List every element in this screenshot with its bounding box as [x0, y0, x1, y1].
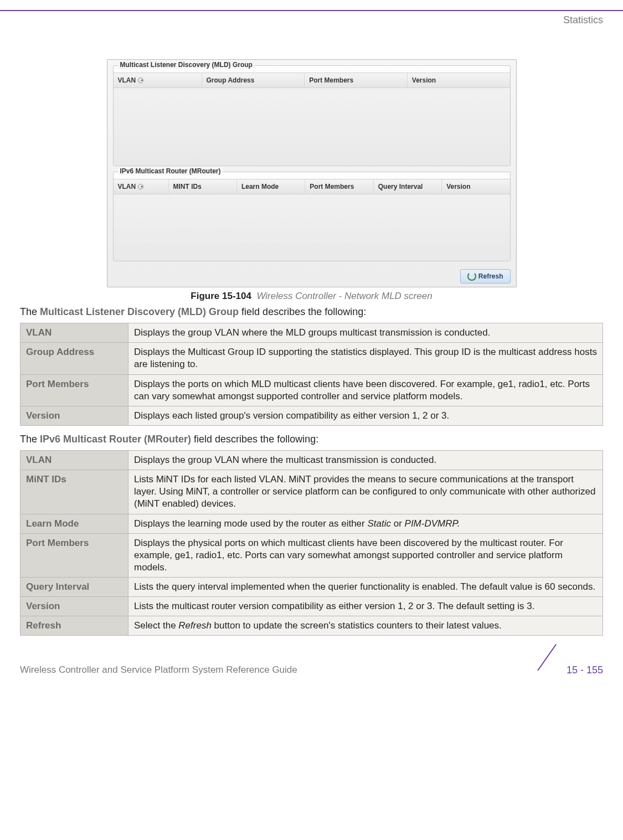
col-group-address[interactable]: Group Address	[202, 73, 305, 87]
intro2-pre: The	[20, 434, 40, 445]
table-row: Query IntervalLists the query interval i…	[20, 577, 603, 596]
def-desc: Lists the query interval implemented whe…	[128, 577, 603, 596]
col-learn-mode[interactable]: Learn Mode	[237, 179, 305, 194]
intro1-term: Multicast Listener Discovery (MLD) Group	[40, 306, 239, 317]
mld-screen-panel: Multicast Listener Discovery (MLD) Group…	[107, 59, 517, 287]
mld-group-fieldset: Multicast Listener Discovery (MLD) Group…	[113, 65, 511, 166]
mrouter-def-table: VLANDisplays the group VLAN where the mu…	[20, 450, 603, 636]
refresh-button-label: Refresh	[478, 272, 503, 280]
footer-page-num: 15 - 155	[567, 664, 603, 676]
col-mint-ids[interactable]: MINT IDs	[169, 179, 237, 194]
col-vlan-label: VLAN	[118, 76, 136, 84]
def-key: Query Interval	[20, 577, 128, 596]
col-group-address-label: Group Address	[207, 76, 255, 84]
mld-group-header: VLAN Group Address Port Members Version	[114, 73, 510, 88]
table-row: Port MembersDisplays the physical ports …	[20, 533, 603, 577]
footer-guide: Wireless Controller and Service Platform…	[20, 664, 297, 676]
def-desc: Lists the multicast router version compa…	[128, 597, 603, 616]
col-vlan-2[interactable]: VLAN	[114, 179, 169, 194]
mrouter-legend: IPv6 Multicast Router (MRouter)	[118, 167, 223, 175]
def-key: Version	[20, 597, 128, 616]
col-mint-ids-label: MINT IDs	[173, 183, 202, 190]
mrouter-fieldset: IPv6 Multicast Router (MRouter) VLAN MIN…	[113, 172, 511, 261]
col-version[interactable]: Version	[408, 73, 510, 87]
header-section: Statistics	[0, 11, 623, 26]
col-port-members-label: Port Members	[309, 76, 353, 84]
def-desc: Select the Refresh button to update the …	[128, 616, 603, 636]
table-row: VersionDisplays each listed group's vers…	[20, 406, 603, 425]
col-version-2[interactable]: Version	[442, 179, 509, 194]
def-desc: Displays each listed group's version com…	[128, 406, 603, 425]
mld-group-body	[114, 88, 510, 166]
def-desc: Displays the group VLAN where the MLD gr…	[128, 323, 603, 343]
page-footer: Wireless Controller and Service Platform…	[0, 648, 623, 695]
def-desc: Displays the Multicast Group ID supporti…	[128, 343, 603, 374]
footer-slash-icon	[538, 658, 562, 682]
def-desc: Lists MiNT IDs for each listed VLAN. MiN…	[128, 470, 603, 514]
def-key: Version	[20, 406, 128, 425]
mrouter-body	[114, 194, 510, 261]
def-key: Port Members	[20, 374, 128, 406]
table-row: RefreshSelect the Refresh button to upda…	[20, 616, 603, 636]
def-key: Port Members	[20, 533, 128, 577]
col-version-label: Version	[412, 76, 436, 84]
refresh-button[interactable]: Refresh	[460, 269, 511, 284]
figure-label: Figure 15-104	[190, 291, 251, 301]
table-row: Group AddressDisplays the Multicast Grou…	[20, 343, 603, 374]
col-vlan-2-label: VLAN	[118, 183, 136, 190]
intro-2: The IPv6 Multicast Router (MRouter) fiel…	[20, 432, 603, 446]
def-desc: Displays the physical ports on which mul…	[128, 533, 603, 577]
def-desc: Displays the ports on which MLD multicas…	[128, 374, 603, 406]
col-query-interval[interactable]: Query Interval	[374, 179, 442, 194]
table-row: Port MembersDisplays the ports on which …	[20, 374, 603, 406]
def-key: Group Address	[20, 343, 128, 374]
col-learn-mode-label: Learn Mode	[241, 183, 279, 190]
figure-desc: Wireless Controller - Network MLD screen	[256, 291, 432, 301]
col-port-members-2[interactable]: Port Members	[305, 179, 373, 194]
def-key: Refresh	[20, 616, 128, 636]
col-query-interval-label: Query Interval	[378, 183, 423, 190]
table-row: Learn ModeDisplays the learning mode use…	[20, 514, 603, 533]
mld-group-def-table: VLANDisplays the group VLAN where the ML…	[20, 323, 603, 426]
mld-group-legend: Multicast Listener Discovery (MLD) Group	[118, 61, 255, 69]
def-desc: Displays the learning mode used by the r…	[128, 514, 603, 533]
col-vlan[interactable]: VLAN	[114, 73, 202, 87]
def-key: VLAN	[20, 451, 128, 470]
table-row: VLANDisplays the group VLAN where the mu…	[20, 451, 603, 470]
intro1-pre: The	[20, 306, 40, 317]
def-key: MiNT IDs	[20, 470, 128, 514]
table-row: VersionLists the multicast router versio…	[20, 597, 603, 616]
col-version-2-label: Version	[446, 183, 470, 190]
def-key: VLAN	[20, 323, 128, 343]
figure-caption: Figure 15-104 Wireless Controller - Netw…	[20, 291, 603, 302]
intro-1: The Multicast Listener Discovery (MLD) G…	[20, 305, 603, 318]
intro1-post: field describes the following:	[239, 306, 366, 317]
intro2-post: field describes the following:	[191, 434, 318, 445]
def-key: Learn Mode	[20, 514, 128, 533]
table-row: VLANDisplays the group VLAN where the ML…	[20, 323, 603, 343]
col-port-members-2-label: Port Members	[310, 183, 354, 190]
mrouter-header: VLAN MINT IDs Learn Mode Port Members Qu…	[114, 179, 510, 194]
sort-asc-icon	[138, 184, 143, 189]
def-desc: Displays the group VLAN where the multic…	[128, 451, 603, 470]
intro2-term: IPv6 Multicast Router (MRouter)	[40, 434, 191, 445]
col-port-members[interactable]: Port Members	[305, 73, 408, 87]
table-row: MiNT IDsLists MiNT IDs for each listed V…	[20, 470, 603, 514]
sort-asc-icon	[138, 78, 143, 83]
